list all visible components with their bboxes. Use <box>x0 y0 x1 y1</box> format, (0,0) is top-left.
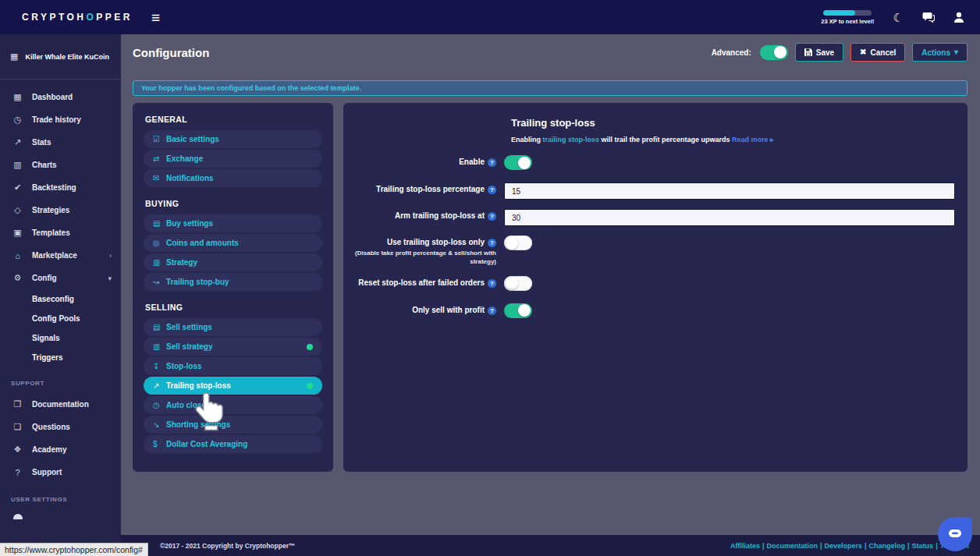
sidebar-item-questions[interactable]: ❏Questions <box>0 416 121 438</box>
only-sell-with-profit-toggle[interactable] <box>504 303 532 318</box>
config-nav-label: Trailing stop-buy <box>166 278 229 286</box>
sidebar-item-marketplace[interactable]: ⌂Marketplace› <box>0 244 121 267</box>
academy-icon: ❖ <box>11 444 24 455</box>
sidebar-item-backtesting[interactable]: ✔Backtesting <box>0 176 121 199</box>
trailing-stop-loss-link[interactable]: trailing stop-loss <box>543 136 600 143</box>
header-actions: Advanced: Save ✖ Cancel Actions ▾ <box>712 43 968 62</box>
footer-link-status[interactable]: Status <box>912 542 934 550</box>
gear-icon: ⚙ <box>11 273 24 283</box>
panel-form: Enable?Trailing stop-loss percentage?Arm… <box>343 155 955 321</box>
info-icon[interactable]: ? <box>488 239 496 247</box>
field-label: Use trailing stop-loss only?(Disable tak… <box>343 236 496 267</box>
chat-widget-button[interactable] <box>938 517 972 551</box>
footer-link-developers[interactable]: Developers <box>825 542 863 550</box>
sidebar-item-templates[interactable]: ▣Templates <box>0 221 121 244</box>
sidebar-item-documentation[interactable]: ❐Documentation <box>0 393 121 416</box>
sidebar-item-charts[interactable]: ▥Charts <box>0 154 121 176</box>
save-button[interactable]: Save <box>795 43 843 62</box>
logo-accent-letter: O <box>87 12 97 23</box>
sidebar-subitem-baseconfig[interactable]: Baseconfig <box>0 289 121 309</box>
config-nav-item-notifications[interactable]: ✉Notifications <box>144 169 322 187</box>
toggle-knob <box>506 237 518 250</box>
sidebar-item-dashboard[interactable]: ▦Dashboard <box>0 86 121 108</box>
field-label-text: Enable <box>459 158 485 166</box>
config-nav-item-auto-close[interactable]: ◷Auto close <box>144 396 322 414</box>
reset-stop-loss-after-failed-orders-toggle[interactable] <box>504 276 532 291</box>
footer-links: Affiliates|Documentation|Developers|Chan… <box>730 542 969 550</box>
sidebar-subitem-config-pools[interactable]: Config Pools <box>0 309 121 328</box>
config-nav-item-trailing-stop-loss[interactable]: ↗Trailing stop-loss <box>144 377 322 395</box>
footer-link-changelog[interactable]: Changelog <box>869 542 906 550</box>
trailing-stop-loss-percentage-input[interactable] <box>504 182 955 200</box>
messages-icon[interactable] <box>922 12 935 23</box>
read-more-link[interactable]: Read more <box>732 136 769 143</box>
arm-trailing-stop-loss-at-input[interactable] <box>504 209 955 226</box>
app-window: CRYPTOHOPPER ≡ 23 XP to next level! ☾ ▦ … <box>0 0 980 556</box>
info-icon[interactable]: ? <box>488 279 496 288</box>
book-icon: ❐ <box>11 399 24 409</box>
zigzag-icon: ↘ <box>153 420 166 429</box>
sidebar-item-label: Backtesting <box>32 183 76 192</box>
config-nav-item-exchange[interactable]: ⇄Exchange <box>144 150 322 168</box>
user-account-icon[interactable] <box>953 12 964 23</box>
config-nav-label: Shorting settings <box>166 420 230 429</box>
footer: ©2017 - 2021 Copyright by Cryptohopper™ … <box>121 535 980 556</box>
panel-title: Trailing stop-loss <box>511 117 955 129</box>
sidebar-subitem-signals[interactable]: Signals <box>0 328 121 348</box>
footer-link-documentation[interactable]: Documentation <box>766 542 818 550</box>
browser-status-bar: https://www.cryptohopper.com/config# <box>0 543 148 556</box>
info-icon[interactable]: ? <box>488 306 496 315</box>
xp-label: 23 XP to next level! <box>821 18 874 25</box>
hopper-name: Killer Whale Elite KuCoin <box>25 53 109 61</box>
sidebar-item-trade-history[interactable]: ◷Trade history <box>0 108 121 131</box>
config-nav-item-sell-strategy[interactable]: ▥Sell strategy <box>144 338 322 356</box>
footer-link-separator: | <box>936 542 938 550</box>
field-label: Reset stop-loss after failed orders? <box>343 276 496 294</box>
footer-link-affiliates[interactable]: Affiliates <box>730 542 760 550</box>
cryptohopper-logo[interactable]: CRYPTOHOPPER <box>22 12 133 23</box>
config-nav-label: Basic settings <box>166 135 219 143</box>
info-icon[interactable]: ? <box>488 158 496 167</box>
sidebar-item-academy[interactable]: ❖Academy <box>0 438 121 461</box>
hamburger-menu-icon[interactable]: ≡ <box>151 10 160 25</box>
config-nav-item-buy-settings[interactable]: ▤Buy settings <box>144 214 322 232</box>
main-content: Configuration Advanced: Save ✖ Cancel Ac… <box>121 34 980 535</box>
sidebar-config-children: BaseconfigConfig PoolsSignalsTriggers <box>0 289 121 367</box>
actions-dropdown-button[interactable]: Actions ▾ <box>912 43 968 62</box>
field-label-text: Arm trailing stop-loss at <box>395 211 485 220</box>
logo-text: CRYPTOH <box>22 12 87 23</box>
info-icon[interactable]: ? <box>488 212 496 221</box>
config-nav-item-sell-settings[interactable]: ▤Sell settings <box>144 318 322 336</box>
sidebar-item-config[interactable]: ⚙Config▾ <box>0 267 121 289</box>
config-nav-label: Auto close <box>166 401 206 409</box>
info-icon[interactable]: ? <box>488 186 496 194</box>
cancel-button[interactable]: ✖ Cancel <box>850 43 905 62</box>
config-nav-label: Dollar Cost Averaging <box>166 440 247 448</box>
config-nav-item-basic-settings[interactable]: ☑Basic settings <box>144 130 322 148</box>
field-label-text: Trailing stop-loss percentage <box>376 185 485 193</box>
sidebar-item-support[interactable]: ?Support <box>0 461 121 483</box>
form-row-enable: Enable? <box>343 155 955 173</box>
config-nav-item-coins-and-amounts[interactable]: ◎Coins and amounts <box>144 234 322 252</box>
config-nav-item-trailing-stop-buy[interactable]: ↝Trailing stop-buy <box>144 273 322 291</box>
sidebar-subitem-triggers[interactable]: Triggers <box>0 348 121 367</box>
config-nav-item-strategy[interactable]: ▥Strategy <box>144 253 322 271</box>
config-nav-item-dollar-cost-averaging[interactable]: $Dollar Cost Averaging <box>144 435 322 453</box>
enable-toggle[interactable] <box>504 155 532 170</box>
question-icon: ? <box>11 468 24 477</box>
sidebar-item-strategies[interactable]: ◇Strategies <box>0 199 121 221</box>
advanced-toggle[interactable] <box>760 45 788 60</box>
xp-progress-fill <box>823 10 855 16</box>
topbar-right: 23 XP to next level! ☾ <box>821 10 964 25</box>
coins-icon: ◎ <box>153 239 166 247</box>
cancel-x-icon: ✖ <box>860 48 866 56</box>
use-trailing-stop-loss-only-toggle[interactable] <box>504 236 532 250</box>
sidebar-section-user-settings: USER SETTINGS <box>0 483 121 509</box>
hopper-selector[interactable]: ▦ Killer Whale Elite KuCoin <box>0 34 121 79</box>
config-nav-label: Exchange <box>166 154 203 163</box>
config-nav-item-stop-loss[interactable]: ↧Stop-loss <box>144 357 322 375</box>
config-nav-label: Sell strategy <box>166 342 212 351</box>
config-nav-item-shorting-settings[interactable]: ↘Shorting settings <box>144 416 322 434</box>
dark-mode-moon-icon[interactable]: ☾ <box>893 12 904 23</box>
sidebar-item-stats[interactable]: ↗Stats <box>0 131 121 154</box>
